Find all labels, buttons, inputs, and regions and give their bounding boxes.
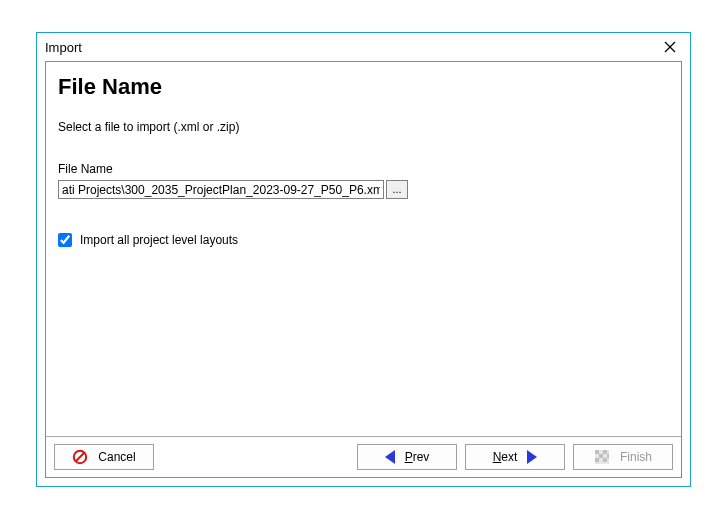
svg-rect-10 bbox=[603, 458, 607, 462]
cancel-icon bbox=[72, 449, 88, 465]
import-layouts-label: Import all project level layouts bbox=[80, 233, 238, 247]
finish-button[interactable]: Finish bbox=[573, 444, 673, 470]
prev-button-label: Prev bbox=[405, 450, 430, 464]
next-button-label: Next bbox=[493, 450, 518, 464]
wizard-button-bar: Cancel Prev Next bbox=[46, 436, 681, 477]
finish-flag-icon bbox=[594, 449, 610, 465]
svg-rect-6 bbox=[603, 450, 607, 454]
next-button[interactable]: Next bbox=[465, 444, 565, 470]
import-wizard-window: Import File Name Select a file to import… bbox=[36, 32, 691, 487]
import-layouts-row[interactable]: Import all project level layouts bbox=[58, 233, 669, 247]
finish-button-label: Finish bbox=[620, 450, 652, 464]
page-heading: File Name bbox=[58, 74, 669, 100]
close-icon bbox=[663, 40, 677, 54]
svg-rect-5 bbox=[595, 450, 599, 454]
window-title: Import bbox=[45, 40, 658, 55]
arrow-left-icon bbox=[385, 450, 395, 464]
file-name-label: File Name bbox=[58, 162, 669, 176]
svg-line-3 bbox=[76, 453, 84, 461]
window-close-button[interactable] bbox=[658, 35, 682, 59]
file-name-input[interactable] bbox=[58, 180, 384, 199]
svg-rect-7 bbox=[599, 454, 603, 458]
page-instruction: Select a file to import (.xml or .zip) bbox=[58, 120, 669, 134]
svg-rect-8 bbox=[607, 454, 609, 458]
titlebar: Import bbox=[37, 33, 690, 61]
cancel-button[interactable]: Cancel bbox=[54, 444, 154, 470]
prev-button[interactable]: Prev bbox=[357, 444, 457, 470]
svg-rect-9 bbox=[595, 458, 599, 462]
content-frame: File Name Select a file to import (.xml … bbox=[45, 61, 682, 478]
wizard-page: File Name Select a file to import (.xml … bbox=[46, 62, 681, 436]
file-name-row: ... bbox=[58, 180, 669, 199]
cancel-button-label: Cancel bbox=[98, 450, 135, 464]
import-layouts-checkbox[interactable] bbox=[58, 233, 72, 247]
browse-button[interactable]: ... bbox=[386, 180, 408, 199]
arrow-right-icon bbox=[527, 450, 537, 464]
